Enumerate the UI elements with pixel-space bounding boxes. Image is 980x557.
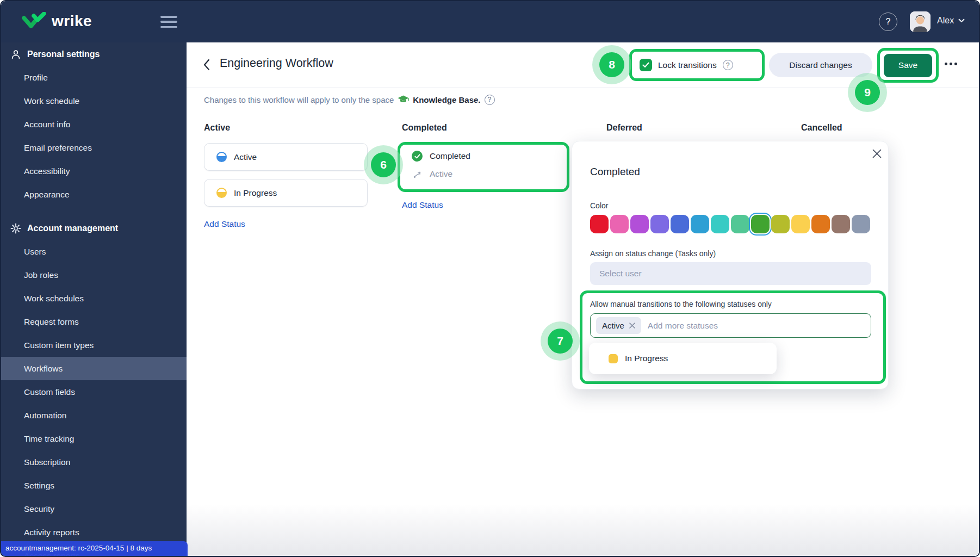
in-progress-color-icon	[609, 354, 618, 363]
panel-title: Completed	[590, 166, 640, 178]
user-menu[interactable]: Alex	[937, 16, 965, 26]
check-icon	[642, 62, 649, 68]
wrike-logo[interactable]: wrike	[22, 12, 92, 30]
help-icon[interactable]: ?	[879, 13, 897, 31]
sidebar-item-email-preferences[interactable]: Email preferences	[1, 136, 187, 159]
lock-transitions-annotation-box: Lock transitions ?	[629, 49, 765, 81]
sidebar-item-profile[interactable]: Profile	[1, 66, 187, 89]
column-header-cancelled: Cancelled	[801, 123, 842, 133]
wrike-logo-icon	[22, 12, 47, 30]
save-annotation-box: Save	[877, 48, 939, 83]
color-swatch-6[interactable]	[711, 215, 729, 233]
lock-transitions-help-icon[interactable]: ?	[723, 60, 733, 70]
gear-icon	[10, 223, 21, 234]
color-swatch-9[interactable]	[771, 215, 790, 233]
color-swatch-10[interactable]	[791, 215, 810, 233]
save-button[interactable]: Save	[884, 54, 932, 77]
transitions-label: Allow manual transitions to the followin…	[590, 300, 772, 308]
sidebar-item-work-schedules[interactable]: Work schedules	[1, 287, 187, 310]
lock-transitions-checkbox[interactable]	[640, 59, 652, 71]
status-card-label: Active	[234, 152, 257, 162]
sidebar-item-custom-fields[interactable]: Custom fields	[1, 380, 187, 404]
sidebar-item-activity-reports[interactable]: Activity reports	[1, 521, 187, 544]
sidebar-item-appearance[interactable]: Appearance	[1, 183, 187, 206]
sidebar-section-personal-settings[interactable]: Personal settings	[1, 42, 187, 66]
workflow-scope-notice: Changes to this workflow will apply to o…	[204, 92, 495, 107]
color-swatch-3[interactable]	[650, 215, 669, 233]
sidebar-item-custom-item-types[interactable]: Custom item types	[1, 333, 187, 357]
color-label: Color	[590, 201, 608, 210]
sidebar-section-account-management[interactable]: Account management	[1, 216, 187, 240]
color-swatch-8[interactable]	[751, 215, 770, 233]
sidebar-item-work-schedule[interactable]: Work schedule	[1, 89, 187, 113]
transition-row[interactable]: Active	[413, 169, 452, 179]
color-swatch-5[interactable]	[691, 215, 709, 233]
more-options-icon[interactable]	[945, 63, 957, 65]
sidebar-item-time-tracking[interactable]: Time tracking	[1, 427, 187, 450]
notice-help-icon[interactable]: ?	[485, 95, 495, 105]
build-status-bar: accountmanagement: rc-2025-04-15 | 8 day…	[1, 541, 188, 556]
hamburger-menu-icon[interactable]	[160, 16, 177, 28]
color-swatch-13[interactable]	[852, 215, 870, 233]
transition-target-label: Active	[430, 169, 452, 179]
status-card-label: Completed	[430, 151, 470, 161]
space-name[interactable]: Knowledge Base.	[413, 95, 480, 104]
color-swatch-12[interactable]	[832, 215, 850, 233]
sidebar-item-settings[interactable]: Settings	[1, 474, 187, 497]
back-button[interactable]	[202, 58, 213, 72]
annotation-step-7: 7	[541, 321, 580, 361]
status-card-active[interactable]: Active	[204, 143, 368, 171]
sidebar-item-security[interactable]: Security	[1, 497, 187, 521]
transitions-tag-input[interactable]: Active	[590, 313, 871, 338]
status-active-icon	[216, 152, 227, 162]
status-card-in-progress[interactable]: In Progress	[204, 179, 368, 207]
sidebar-section-label: Personal settings	[27, 49, 100, 59]
sidebar-item-accessibility[interactable]: Accessibility	[1, 159, 187, 183]
avatar[interactable]	[910, 11, 931, 32]
status-dropdown-item-in-progress[interactable]: In Progress	[589, 343, 777, 374]
wrike-logo-text: wrike	[52, 13, 92, 30]
notice-text: Changes to this workflow will apply to o…	[204, 95, 394, 104]
sidebar-item-subscription[interactable]: Subscription	[1, 450, 187, 474]
color-swatch-4[interactable]	[671, 215, 689, 233]
status-completed-icon	[412, 151, 423, 162]
color-swatch-2[interactable]	[630, 215, 649, 233]
column-header-active: Active	[204, 123, 230, 133]
sidebar-item-account-info[interactable]: Account info	[1, 113, 187, 136]
color-swatch-7[interactable]	[731, 215, 749, 233]
sidebar-item-job-roles[interactable]: Job roles	[1, 263, 187, 287]
page-title: Engineering Workflow	[220, 57, 333, 70]
annotation-step-6: 6	[364, 145, 403, 184]
discard-changes-button[interactable]: Discard changes	[769, 53, 872, 77]
user-name: Alex	[937, 16, 954, 26]
dropdown-item-label: In Progress	[625, 354, 668, 363]
sidebar-item-request-forms[interactable]: Request forms	[1, 310, 187, 333]
add-status-link-completed[interactable]: Add Status	[402, 200, 443, 210]
column-header-deferred: Deferred	[606, 123, 642, 133]
annotation-step-8: 8	[592, 45, 631, 84]
transition-arrow-icon	[413, 170, 422, 179]
add-statuses-input[interactable]	[648, 321, 871, 331]
sidebar-item-automation[interactable]: Automation	[1, 404, 187, 427]
chevron-down-icon	[958, 18, 965, 23]
sidebar-item-users[interactable]: Users	[1, 240, 187, 263]
color-swatch-11[interactable]	[811, 215, 830, 233]
sidebar-item-workflows[interactable]: Workflows	[1, 357, 187, 380]
color-swatch-0[interactable]	[590, 215, 609, 233]
settings-sidebar: Personal settings Profile Work schedule …	[1, 42, 187, 557]
column-header-completed: Completed	[402, 123, 447, 133]
remove-chip-icon[interactable]	[629, 323, 635, 329]
sidebar-section-label: Account management	[27, 224, 118, 233]
color-swatch-1[interactable]	[610, 215, 629, 233]
status-card-completed[interactable]: Completed	[412, 151, 470, 162]
graduation-cap-icon	[398, 95, 409, 104]
lock-transitions-label: Lock transitions	[658, 60, 717, 70]
chip-label: Active	[602, 321, 624, 330]
person-icon	[10, 49, 21, 60]
status-in-progress-icon	[216, 188, 227, 198]
select-user-input[interactable]	[590, 262, 871, 285]
close-icon[interactable]	[870, 147, 883, 160]
add-status-link-active[interactable]: Add Status	[204, 219, 245, 229]
app-window: wrike ? Alex Personal settings	[0, 0, 980, 557]
topbar: wrike ? Alex	[1, 1, 979, 42]
